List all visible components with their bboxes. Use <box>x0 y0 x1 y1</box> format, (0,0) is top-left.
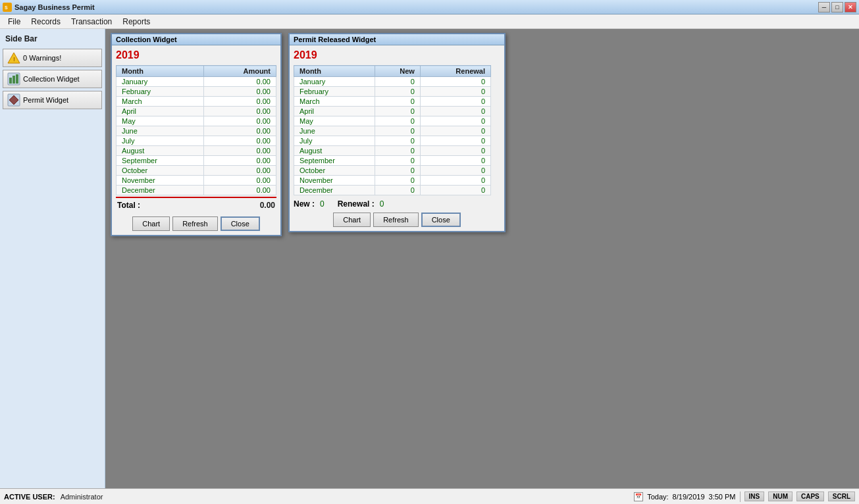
permit-new-cell: 0 <box>375 146 421 156</box>
status-bar: ACTIVE USER: Administrator 📅 Today: 8/19… <box>0 488 859 504</box>
title-bar-left: S Sagay Business Permit <box>3 3 95 12</box>
permit-month-cell: March <box>294 97 375 107</box>
collection-table-row: January 0.00 <box>117 77 276 87</box>
collection-month-cell: February <box>117 87 204 97</box>
permit-col-month-header: Month <box>294 66 375 77</box>
status-divider <box>740 491 741 502</box>
permit-widget-body: 2019 Month New Renewal January 0 <box>290 45 504 231</box>
collection-month-cell: July <box>117 136 204 146</box>
warnings-button[interactable]: ! 0 Warnings! <box>3 49 102 67</box>
app-title: Sagay Business Permit <box>14 3 95 11</box>
permit-buttons: Chart Refresh Close <box>294 213 500 227</box>
collection-table-row: July 0.00 <box>117 136 276 146</box>
permit-year: 2019 <box>294 49 500 61</box>
minimize-button[interactable]: ─ <box>818 2 830 13</box>
permit-new-cell: 0 <box>375 156 421 166</box>
svg-rect-5 <box>9 78 12 84</box>
today-label: Today: <box>647 493 668 501</box>
collection-table-row: April 0.00 <box>117 107 276 116</box>
close-window-button[interactable]: ✕ <box>845 2 856 13</box>
permit-renewal-cell: 0 <box>420 146 490 156</box>
collection-amount-cell: 0.00 <box>204 107 276 116</box>
collection-refresh-button[interactable]: Refresh <box>172 216 218 231</box>
title-bar-controls: ─ □ ✕ <box>818 2 856 13</box>
permit-renewal-cell: 0 <box>420 77 490 87</box>
collection-table-row: August 0.00 <box>117 146 276 156</box>
permit-renewal-cell: 0 <box>420 87 490 97</box>
permit-table-row: March 0 0 <box>294 97 491 107</box>
collection-month-cell: June <box>117 126 204 136</box>
menu-records[interactable]: Records <box>26 16 66 28</box>
menu-file[interactable]: File <box>3 16 26 28</box>
maximize-button[interactable]: □ <box>831 2 843 13</box>
permit-table-row: September 0 0 <box>294 156 491 166</box>
permit-table-row: August 0 0 <box>294 146 491 156</box>
collection-table-row: November 0.00 <box>117 176 276 186</box>
permit-table-row: April 0 0 <box>294 107 491 116</box>
permit-new-cell: 0 <box>375 87 421 97</box>
permit-renewal-cell: 0 <box>420 166 490 176</box>
permit-new-summary: New : 0 <box>294 199 325 209</box>
permit-close-button[interactable]: Close <box>421 213 461 227</box>
main-area: Side Bar ! 0 Warnings! Collection Widget <box>0 29 859 488</box>
permit-new-value: 0 <box>320 199 325 209</box>
collection-amount-cell: 0.00 <box>204 136 276 146</box>
collection-chart-button[interactable]: Chart <box>132 216 170 231</box>
collection-table-row: February 0.00 <box>117 87 276 97</box>
num-indicator: NUM <box>768 491 793 501</box>
collection-widget-body: 2019 Month Amount January 0.00 February … <box>112 45 280 235</box>
collection-widget-window: Collection Widget 2019 Month Amount Janu… <box>111 33 282 236</box>
collection-widget-label: Collection Widget <box>23 75 80 83</box>
active-user-value: Administrator <box>61 493 103 501</box>
permit-refresh-button[interactable]: Refresh <box>373 213 419 227</box>
collection-close-button[interactable]: Close <box>221 216 260 231</box>
collection-month-cell: March <box>117 97 204 107</box>
collection-amount-cell: 0.00 <box>204 186 276 195</box>
collection-table-row: May 0.00 <box>117 116 276 126</box>
permit-renewal-cell: 0 <box>420 97 490 107</box>
menu-transaction[interactable]: Transaction <box>66 16 117 28</box>
sidebar: Side Bar ! 0 Warnings! Collection Widget <box>0 29 105 488</box>
permit-new-cell: 0 <box>375 136 421 146</box>
permit-new-cell: 0 <box>375 186 421 195</box>
collection-total-row: Total : 0.00 <box>116 197 276 213</box>
collection-icon <box>7 72 20 86</box>
permit-month-cell: December <box>294 186 375 195</box>
collection-month-cell: September <box>117 156 204 166</box>
collection-amount-cell: 0.00 <box>204 77 276 87</box>
menu-reports[interactable]: Reports <box>117 16 155 28</box>
permit-table-wrap[interactable]: Month New Renewal January 0 0 February 0… <box>294 65 491 195</box>
calendar-icon: 📅 <box>634 492 643 501</box>
permit-month-cell: November <box>294 176 375 186</box>
svg-text:S: S <box>5 5 8 10</box>
permit-month-cell: September <box>294 156 375 166</box>
permit-renewal-cell: 0 <box>420 116 490 126</box>
sidebar-title: Side Bar <box>3 33 102 45</box>
permit-renewal-cell: 0 <box>420 176 490 186</box>
total-value: 0.00 <box>260 201 275 210</box>
collection-widget-button[interactable]: Collection Widget <box>3 70 102 88</box>
permit-widget-titlebar: Permit Released Widget <box>290 34 504 45</box>
permit-summary: New : 0 Renewal : 0 <box>294 199 500 209</box>
permit-month-cell: February <box>294 87 375 97</box>
collection-table-row: October 0.00 <box>117 166 276 176</box>
permit-widget-button[interactable]: Permit Widget <box>3 91 102 109</box>
collection-month-cell: August <box>117 146 204 156</box>
collection-table: Month Amount January 0.00 February 0.00 … <box>116 65 276 195</box>
permit-renewal-cell: 0 <box>420 107 490 116</box>
collection-amount-cell: 0.00 <box>204 166 276 176</box>
permit-table-row: January 0 0 <box>294 77 491 87</box>
collection-table-row: September 0.00 <box>117 156 276 166</box>
status-right: 📅 Today: 8/19/2019 3:50 PM INS NUM CAPS … <box>634 491 855 502</box>
svg-text:!: ! <box>13 56 15 63</box>
permit-col-renewal-header: Renewal <box>420 66 490 77</box>
collection-amount-cell: 0.00 <box>204 156 276 166</box>
permit-month-cell: April <box>294 107 375 116</box>
permit-chart-button[interactable]: Chart <box>333 213 371 227</box>
collection-buttons: Chart Refresh Close <box>116 216 276 231</box>
time-value: 3:50 PM <box>709 493 736 501</box>
permit-table-row: May 0 0 <box>294 116 491 126</box>
scrl-indicator: SCRL <box>828 491 855 501</box>
permit-new-cell: 0 <box>375 77 421 87</box>
permit-table-row: December 0 0 <box>294 186 491 195</box>
